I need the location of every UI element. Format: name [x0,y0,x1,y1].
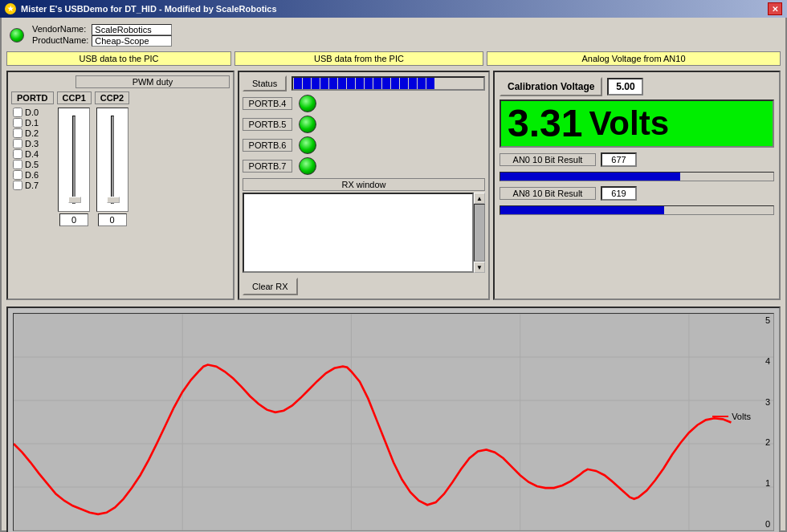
rx-textarea[interactable] [243,193,474,273]
list-item: D.4 [13,149,52,159]
portb7-led [299,157,316,175]
prog-seg-12 [391,78,399,89]
rx-label: RX window [243,178,485,191]
prog-seg-6 [338,78,346,89]
an0-value: 677 [601,152,637,167]
ccp2-label: CCP2 [95,91,129,104]
legend-label: Volts [732,412,751,421]
connection-led [10,28,24,43]
list-item: D.0 [13,108,52,117]
voltage-display: 3.31 Volts [500,99,774,148]
prog-seg-2 [303,78,311,89]
device-info: VendorName: ScaleRobotics ProductName: C… [32,24,172,47]
status-row: Status [243,75,485,91]
portb5-row: PORTB.5 [243,116,485,133]
an8-progress-bar [500,205,774,215]
checkbox-d2[interactable] [13,128,22,138]
portb6-row: PORTB.6 [243,136,485,154]
title-bar: ★ Mister E's USBDemo for DT_HID - Modifi… [0,0,787,18]
ccp2-track [111,116,114,204]
an0-row: AN0 10 Bit Result 677 [500,152,774,167]
chart-legend: Volts [712,412,751,421]
prog-seg-14 [409,78,417,89]
rx-scrollbar: ▲ ▼ [474,193,485,273]
ccp2-section: CCP2 0 [95,91,129,226]
an8-bar [500,206,664,214]
prog-seg-10 [373,78,381,89]
an0-progress-bar [500,172,774,181]
analog-header: Analog Voltage from AN10 [487,51,781,66]
svg-rect-0 [14,314,773,530]
usb-from-header: USB data from the PIC [234,51,483,66]
calibration-value: 5.00 [607,78,643,95]
checkbox-d4[interactable] [13,149,22,159]
status-button[interactable]: Status [243,75,287,91]
main-window: VendorName: ScaleRobotics ProductName: C… [0,18,787,532]
ccp1-thumb[interactable] [68,197,81,203]
prog-seg-4 [320,78,328,89]
rx-window-container: RX window ▲ ▼ [243,178,485,273]
prog-seg-16 [426,78,434,89]
ccp1-track [72,116,75,204]
voltage-number: 3.31 [508,104,582,143]
ccp2-thumb[interactable] [107,197,120,203]
scroll-up-button[interactable]: ▲ [474,193,485,204]
list-item: D.2 [13,128,52,138]
portb4-led [299,95,316,112]
calibration-label: Calibration Voltage [500,77,602,96]
rx-section: RX window ▲ ▼ [243,178,485,273]
portb5-label: PORTB.5 [243,118,292,131]
checkbox-d3[interactable] [13,139,22,148]
scroll-down-button[interactable]: ▼ [474,262,485,273]
window-title: Mister E's USBDemo for DT_HID - Modified… [21,4,277,14]
info-row: VendorName: ScaleRobotics ProductName: C… [6,22,781,48]
list-item: D.3 [13,139,52,148]
prog-seg-15 [418,78,426,89]
y-label-1: 1 [765,478,770,488]
list-item: D.1 [13,118,52,128]
list-item: D.5 [13,160,52,169]
an8-row: AN8 10 Bit Result 619 [500,186,774,201]
portd-section: PORTD D.0 D.1 D.2 D.3 D.4 D.5 D.6 D.7 [11,91,54,226]
list-item: D.6 [13,170,52,180]
an8-label: AN8 10 Bit Result [500,187,596,200]
ccp1-slider-container [58,108,90,212]
portb7-row: PORTB.7 [243,157,485,175]
ccp1-value: 0 [59,213,88,226]
left-panel: PWM duty PORTD D.0 D.1 D.2 D.3 D.4 D.5 D… [6,71,234,300]
scroll-track [474,204,485,262]
status-progress-bar [292,76,485,91]
calibration-row: Calibration Voltage 5.00 [500,77,774,96]
prog-seg-1 [294,78,302,89]
checkbox-d5[interactable] [13,160,22,169]
portd-checkboxes: D.0 D.1 D.2 D.3 D.4 D.5 D.6 D.7 [11,106,54,192]
portb5-led [299,116,316,133]
y-label-0: 0 [765,519,770,529]
pwm-header: PWM duty [75,75,230,88]
voltage-unit: Volts [589,107,669,140]
chart-svg [14,314,773,530]
an0-label: AN0 10 Bit Result [500,153,596,166]
checkbox-d1[interactable] [13,118,22,128]
checkbox-d0[interactable] [13,108,22,117]
chart-container: 5 4 3 2 1 0 Volts [6,307,781,532]
panels-row: PWM duty PORTD D.0 D.1 D.2 D.3 D.4 D.5 D… [6,71,781,300]
y-label-3: 3 [765,397,770,407]
close-button[interactable]: ✕ [768,2,782,15]
prog-seg-3 [312,78,320,89]
portb6-led [299,136,316,154]
clear-rx-button[interactable]: Clear RX [243,278,298,295]
y-label-4: 4 [765,356,770,366]
prog-seg-11 [382,78,390,89]
an8-value: 619 [601,186,637,201]
checkbox-d7[interactable] [13,181,22,190]
checkbox-d6[interactable] [13,170,22,180]
product-value: Cheap-Scope [92,35,172,47]
portd-row: PORTD D.0 D.1 D.2 D.3 D.4 D.5 D.6 D.7 CC… [11,91,230,226]
y-label-5: 5 [765,315,770,325]
prog-seg-8 [356,78,364,89]
product-label: ProductName: [32,35,88,47]
ccp1-section: CCP1 0 [57,91,92,226]
ccp2-slider-container [96,108,128,212]
legend-line [712,416,728,417]
